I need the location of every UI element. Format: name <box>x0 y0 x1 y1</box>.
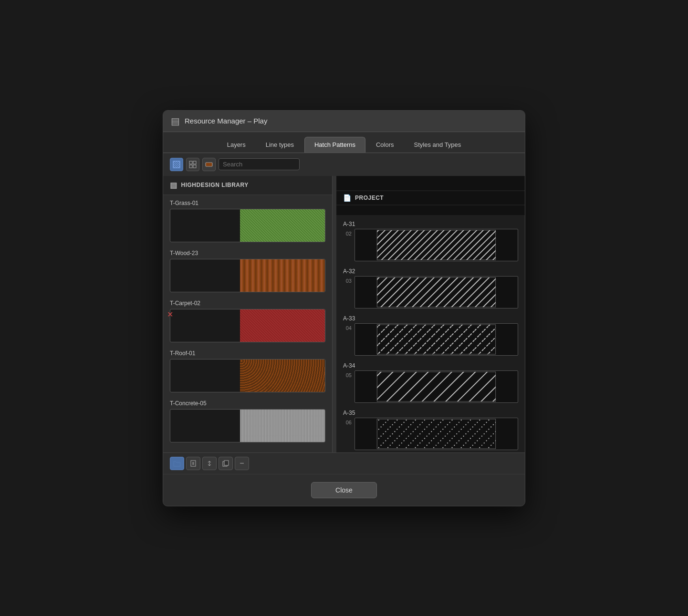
right-panel: 📄 PROJECT A-31 02 <box>336 176 525 452</box>
hatch-svg <box>355 277 518 308</box>
pattern-name: A-35 <box>343 410 518 416</box>
item-name: T-Grass-01 <box>170 200 325 206</box>
hatch-svg <box>355 418 518 450</box>
view-hatch-icon-btn[interactable] <box>170 158 183 171</box>
minus-icon: − <box>240 460 244 467</box>
item-preview <box>170 409 325 442</box>
list-item[interactable]: T-Roof-01 <box>170 350 325 392</box>
hatch-svg <box>355 371 518 402</box>
svg-rect-35 <box>377 419 495 448</box>
view-texture-icon-btn[interactable] <box>202 158 216 171</box>
delete-button[interactable]: ✕ <box>167 309 173 318</box>
svg-rect-7 <box>189 161 192 164</box>
concrete-texture <box>240 410 325 442</box>
right-sub-bar <box>336 205 525 215</box>
close-button[interactable]: Close <box>311 482 377 498</box>
list-item[interactable]: A-33 04 <box>343 315 518 356</box>
pattern-content <box>354 323 518 356</box>
library-items: T-Grass-01 T-Wood-23 T-Carpet-02 <box>163 195 332 452</box>
library-section-header: ▤ HIGHDESIGN LIBRARY <box>163 176 332 195</box>
tab-layers[interactable]: Layers <box>218 137 255 152</box>
pattern-content <box>354 229 518 261</box>
pattern-row: 03 <box>343 276 518 308</box>
pattern-items: A-31 02 <box>336 217 525 452</box>
svg-rect-8 <box>193 161 196 164</box>
sort-icon <box>206 460 213 467</box>
tab-hatchpatterns[interactable]: Hatch Patterns <box>304 137 365 153</box>
tab-colors[interactable]: Colors <box>366 137 404 152</box>
item-preview <box>170 359 325 392</box>
pattern-name: A-34 <box>343 362 518 369</box>
project-section-header: 📄 PROJECT <box>336 191 525 205</box>
item-preview <box>170 209 325 242</box>
list-item[interactable]: T-Concrete-05 <box>170 400 325 442</box>
item-name: T-Concrete-05 <box>170 400 325 407</box>
svg-line-1 <box>173 161 175 163</box>
project-title: PROJECT <box>355 195 384 201</box>
svg-rect-9 <box>189 165 192 168</box>
pattern-row: 05 <box>343 370 518 403</box>
panel-divider <box>333 176 336 452</box>
pattern-number: 05 <box>343 370 352 378</box>
sort-btn[interactable] <box>202 457 217 470</box>
roof-texture <box>240 359 325 392</box>
pattern-preview <box>354 323 518 356</box>
list-item[interactable]: T-Carpet-02 <box>170 300 325 342</box>
new-doc-icon <box>190 460 197 467</box>
list-item[interactable]: T-Grass-01 <box>170 200 325 242</box>
list-item[interactable]: T-Wood-23 <box>170 250 325 292</box>
grid-icon <box>189 161 197 168</box>
pattern-name: A-33 <box>343 315 518 322</box>
svg-line-2 <box>173 161 177 165</box>
pattern-preview <box>354 229 518 261</box>
remove-btn[interactable]: − <box>235 457 249 470</box>
item-name: T-Roof-01 <box>170 350 325 357</box>
pattern-row: 04 <box>343 323 518 356</box>
svg-rect-27 <box>377 324 495 354</box>
footer: Close <box>163 474 525 506</box>
tab-linetypes[interactable]: Line types <box>256 137 303 152</box>
project-icon: 📄 <box>343 194 351 202</box>
item-name: T-Carpet-02 <box>170 300 325 307</box>
app-icon: ▤ <box>171 115 180 127</box>
pattern-name: A-32 <box>343 268 518 275</box>
new-item-btn[interactable] <box>186 457 200 470</box>
list-item[interactable]: A-31 02 <box>343 221 518 261</box>
open-folder-btn[interactable] <box>170 457 184 470</box>
duplicate-icon <box>222 460 229 467</box>
duplicate-btn[interactable] <box>219 457 233 470</box>
pattern-row: 02 <box>343 229 518 261</box>
pattern-content <box>354 418 518 450</box>
right-top-bar <box>336 176 525 190</box>
item-preview <box>170 259 325 292</box>
resource-manager-dialog: ▤ Resource Manager – Play Layers Line ty… <box>163 110 525 506</box>
pattern-number: 02 <box>343 229 352 236</box>
view-grid-icon-btn[interactable] <box>186 158 199 171</box>
svg-line-6 <box>178 166 180 168</box>
svg-rect-19 <box>377 230 495 259</box>
hatch-svg <box>355 229 518 261</box>
item-name: T-Wood-23 <box>170 250 325 257</box>
list-item[interactable]: A-32 03 <box>343 268 518 308</box>
texture-icon <box>205 161 213 168</box>
list-item[interactable]: A-35 06 <box>343 410 518 450</box>
svg-rect-42 <box>224 461 229 465</box>
filter-toolbar <box>163 153 525 176</box>
pattern-preview <box>354 418 518 450</box>
pattern-name: A-31 <box>343 221 518 227</box>
pattern-content <box>354 370 518 403</box>
pattern-number: 03 <box>343 276 352 284</box>
tab-stylesandtypes[interactable]: Styles and Types <box>405 137 471 152</box>
titlebar: ▤ Resource Manager – Play <box>163 111 525 132</box>
search-input[interactable] <box>219 158 300 170</box>
left-panel: ▤ HIGHDESIGN LIBRARY T-Grass-01 T-Wood-2… <box>163 176 333 452</box>
pattern-preview <box>354 370 518 403</box>
list-item[interactable]: A-34 05 <box>343 362 518 403</box>
pattern-content <box>354 276 518 308</box>
bottom-toolbar: − <box>163 452 525 474</box>
hatch-svg <box>355 324 518 355</box>
library-icon: ▤ <box>170 181 177 190</box>
svg-rect-10 <box>193 165 196 168</box>
carpet-texture <box>240 309 325 342</box>
content-area: ✕ ▤ HIGHDESIGN LIBRARY T-Grass-01 T-Wood… <box>163 176 525 452</box>
